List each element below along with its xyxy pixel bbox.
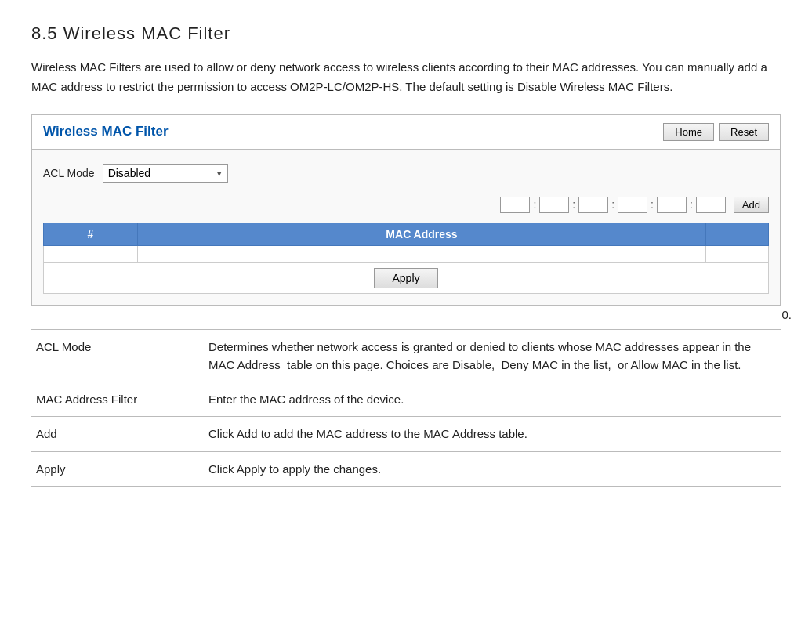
col-mac-address: MAC Address [138,223,706,245]
mac-sep-2: : [572,198,575,211]
mac-field-2[interactable] [539,197,569,213]
acl-mode-label: ACL Mode [43,167,95,179]
empty-cell-2 [138,245,706,262]
panel-header-buttons: Home Reset [663,123,769,141]
empty-cell-1 [44,245,138,262]
mac-sep-5: : [690,198,693,211]
desc-row-mac-filter: MAC Address Filter Enter the MAC address… [31,382,781,417]
mac-field-3[interactable] [578,197,608,213]
desc-term-mac-filter: MAC Address Filter [31,382,204,417]
zero-label: 0. [781,308,792,321]
panel-header: Wireless MAC Filter Home Reset [32,115,780,150]
panel-title: Wireless MAC Filter [43,124,169,139]
wireless-mac-filter-panel: Wireless MAC Filter Home Reset ACL Mode … [31,114,781,306]
mac-sep-1: : [533,198,536,211]
desc-row-apply: Apply Click Apply to apply the changes. [31,451,781,486]
desc-text-add: Click Add to add the MAC address to the … [204,417,781,451]
mac-field-4[interactable] [618,197,647,213]
apply-cell: Apply [44,262,769,293]
desc-row-add: Add Click Add to add the MAC address to … [31,417,781,451]
mac-input-row: : : : : : Add [43,197,769,213]
mac-field-5[interactable] [657,197,687,213]
description-table: ACL Mode Determines whether network acce… [31,329,781,487]
panel-body: ACL Mode Disabled Deny MAC in the list A… [32,150,780,305]
page-title: 8.5 Wireless MAC Filter [31,24,781,44]
desc-term-apply: Apply [31,451,204,486]
empty-row [44,245,769,262]
mac-address-table: # MAC Address Apply [43,223,769,294]
add-button[interactable]: Add [734,197,769,213]
mac-sep-4: : [651,198,654,211]
apply-button[interactable]: Apply [374,268,437,288]
desc-text-apply: Click Apply to apply the changes. [204,451,781,486]
home-button[interactable]: Home [663,123,714,141]
acl-select-wrapper: Disabled Deny MAC in the list Allow MAC … [103,164,228,183]
col-action [706,223,769,245]
mac-field-1[interactable] [500,197,530,213]
reset-button[interactable]: Reset [719,123,769,141]
desc-row-acl-mode: ACL Mode Determines whether network acce… [31,329,781,382]
desc-text-acl-mode: Determines whether network access is gra… [204,329,781,382]
desc-term-add: Add [31,417,204,451]
desc-text-mac-filter: Enter the MAC address of the device. [204,382,781,417]
desc-term-acl-mode: ACL Mode [31,329,204,382]
empty-cell-3 [706,245,769,262]
acl-mode-select[interactable]: Disabled Deny MAC in the list Allow MAC … [103,164,228,183]
acl-mode-row: ACL Mode Disabled Deny MAC in the list A… [43,164,769,183]
intro-text: Wireless MAC Filters are used to allow o… [31,58,781,97]
table-footer: Apply [44,262,769,293]
mac-field-6[interactable] [696,197,726,213]
mac-sep-3: : [611,198,614,211]
col-hash: # [44,223,138,245]
